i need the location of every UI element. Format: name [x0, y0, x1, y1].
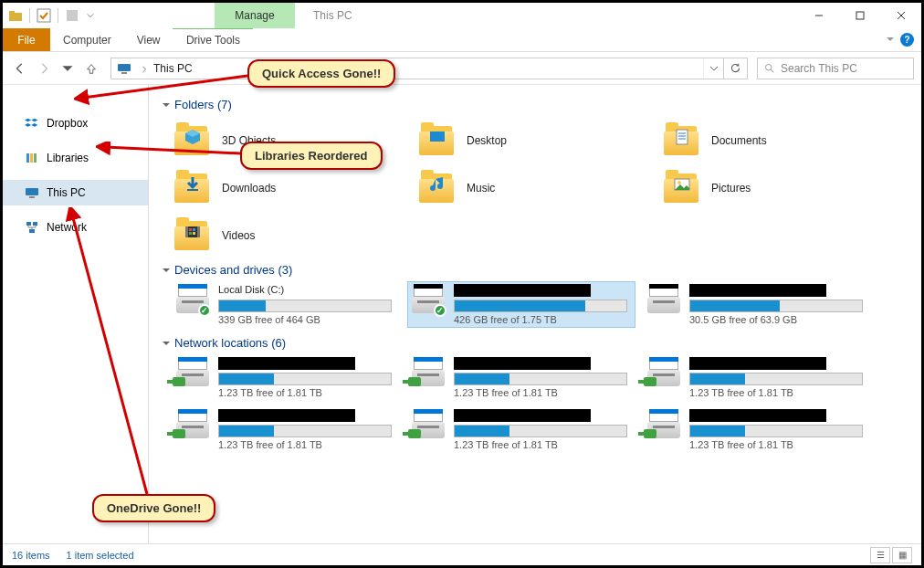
status-bar: 16 items 1 item selected ☰ ▦	[3, 543, 921, 565]
capacity-bar	[454, 300, 627, 312]
qat-checkbox-icon[interactable]	[37, 8, 51, 23]
sidebar-item-libraries[interactable]: Libraries	[3, 145, 148, 171]
pc-icon	[25, 185, 39, 200]
minimize-button[interactable]	[798, 3, 839, 28]
qat-dropdown-icon[interactable]	[83, 8, 98, 23]
dropbox-icon	[25, 116, 39, 131]
svg-rect-33	[189, 232, 192, 235]
status-item-count: 16 items	[12, 550, 50, 561]
folder-item[interactable]: Downloads	[173, 164, 408, 212]
section-header-folders[interactable]: Folders (7)	[162, 98, 908, 111]
svg-rect-34	[193, 232, 195, 235]
svg-rect-21	[677, 130, 688, 144]
disk-drive-icon: ✓	[410, 284, 446, 317]
folder-label: Pictures	[711, 182, 751, 195]
drive-name	[454, 284, 591, 297]
ribbon-collapse-icon[interactable]	[886, 34, 895, 47]
refresh-button[interactable]	[723, 58, 747, 79]
svg-rect-17	[26, 222, 31, 226]
folder-label: Downloads	[222, 182, 276, 195]
chevron-right-icon[interactable]	[141, 60, 148, 77]
svg-rect-14	[34, 153, 37, 163]
drive-name	[454, 409, 591, 422]
network-drive-item[interactable]: 1.23 TB free of 1.81 TB	[173, 407, 399, 452]
close-button[interactable]	[880, 3, 921, 28]
folder-icon	[173, 170, 213, 206]
network-drive-icon	[174, 409, 211, 442]
svg-rect-16	[29, 196, 35, 198]
svg-rect-18	[33, 222, 37, 226]
network-drive-item[interactable]: 1.23 TB free of 1.81 TB	[644, 355, 870, 400]
details-view-button[interactable]: ☰	[870, 547, 890, 563]
up-button[interactable]	[81, 58, 101, 79]
pc-icon	[117, 61, 131, 76]
title-bar: Manage This PC	[3, 3, 921, 28]
capacity-bar	[689, 373, 863, 385]
drive-free-text: 1.23 TB free of 1.81 TB	[689, 439, 868, 450]
sidebar-item-label: This PC	[47, 186, 86, 199]
file-tab[interactable]: File	[3, 28, 50, 51]
drive-name	[689, 357, 826, 370]
address-dropdown-button[interactable]	[703, 58, 723, 79]
svg-rect-20	[430, 131, 445, 142]
network-drive-item[interactable]: 1.23 TB free of 1.81 TB	[408, 355, 635, 400]
drive-free-text: 1.23 TB free of 1.81 TB	[689, 387, 868, 398]
libraries-icon	[25, 151, 39, 165]
svg-rect-12	[26, 153, 29, 163]
manage-contextual-tab[interactable]: Manage	[215, 3, 295, 28]
folder-item[interactable]: Pictures	[662, 164, 898, 212]
svg-rect-13	[30, 153, 33, 163]
folder-icon	[173, 217, 213, 254]
drive-item[interactable]: ✓ 426 GB free of 1.75 TB	[408, 282, 635, 327]
help-icon[interactable]: ?	[900, 33, 914, 47]
section-header-network[interactable]: Network locations (6)	[162, 336, 908, 350]
capacity-bar	[218, 300, 392, 312]
drive-name	[218, 357, 355, 370]
view-tab[interactable]: View	[124, 28, 173, 51]
network-drive-item[interactable]: 1.23 TB free of 1.81 TB	[173, 355, 399, 400]
computer-tab[interactable]: Computer	[50, 28, 124, 51]
drive-tools-tab[interactable]: Drive Tools	[173, 28, 253, 51]
network-drive-item[interactable]: 1.23 TB free of 1.81 TB	[644, 407, 870, 452]
section-title: Network locations (6)	[174, 336, 286, 350]
navigation-pane: Dropbox Libraries This PC Network	[3, 85, 149, 543]
maximize-button[interactable]	[839, 3, 880, 28]
address-bar[interactable]: This PC	[110, 58, 748, 79]
drive-name	[689, 409, 826, 422]
svg-rect-1	[9, 11, 15, 14]
tiles-view-button[interactable]: ▦	[892, 547, 912, 563]
chevron-down-icon	[162, 266, 171, 275]
folder-item[interactable]: Videos	[173, 212, 408, 259]
folder-item[interactable]: Music	[417, 164, 653, 212]
network-drive-item[interactable]: 1.23 TB free of 1.81 TB	[408, 407, 635, 452]
search-input[interactable]: Search This PC	[757, 58, 914, 79]
sidebar-item-network[interactable]: Network	[3, 215, 148, 240]
sidebar-item-this-pc[interactable]: This PC	[3, 180, 148, 205]
breadcrumb-this-pc[interactable]: This PC	[153, 62, 193, 75]
folder-item[interactable]: Documents	[662, 117, 898, 164]
callout-onedrive: OneDrive Gone!!	[92, 494, 215, 522]
folder-item[interactable]: Desktop	[417, 117, 653, 164]
svg-rect-32	[193, 228, 195, 231]
qat-item-icon[interactable]	[65, 8, 79, 23]
drive-free-text: 1.23 TB free of 1.81 TB	[454, 439, 633, 450]
drive-name	[689, 284, 826, 297]
svg-rect-31	[189, 228, 192, 231]
svg-rect-15	[26, 188, 38, 195]
svg-rect-29	[185, 226, 188, 237]
drive-name: Local Disk (C:)	[218, 284, 397, 297]
back-button[interactable]	[10, 58, 30, 79]
navigation-row: This PC Search This PC	[3, 52, 921, 85]
drive-free-text: 1.23 TB free of 1.81 TB	[454, 387, 633, 398]
sidebar-item-dropbox[interactable]: Dropbox	[3, 110, 148, 136]
drive-name	[218, 409, 355, 422]
recent-locations-button[interactable]	[58, 58, 78, 79]
folder-icon	[662, 122, 702, 159]
drive-item[interactable]: ✓ Local Disk (C:) 339 GB free of 464 GB	[173, 282, 399, 327]
capacity-bar	[218, 425, 392, 437]
section-header-drives[interactable]: Devices and drives (3)	[162, 263, 908, 277]
drive-item[interactable]: 30.5 GB free of 63.9 GB	[644, 282, 870, 327]
drive-free-text: 426 GB free of 1.75 TB	[454, 314, 633, 325]
folder-label: Documents	[711, 134, 767, 147]
forward-button[interactable]	[34, 58, 54, 79]
